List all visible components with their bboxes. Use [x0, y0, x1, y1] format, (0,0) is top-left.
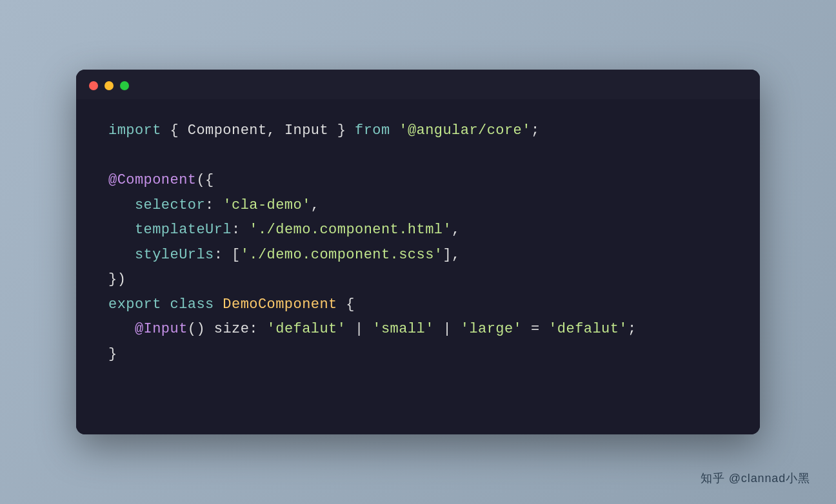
blank-line-1: [108, 144, 728, 169]
decorator-end-line: }): [108, 267, 728, 293]
maximize-button[interactable]: [120, 81, 129, 90]
code-content: import { Component, Input } from '@angul…: [108, 119, 728, 367]
class-end-line: }: [108, 342, 728, 367]
input-line: @Input() size: 'defalut' | 'small' | 'la…: [108, 317, 728, 342]
code-window: import { Component, Input } from '@angul…: [76, 70, 760, 434]
minimize-button[interactable]: [104, 81, 114, 90]
export-line: export class DemoComponent {: [108, 293, 728, 318]
import-line: import { Component, Input } from '@angul…: [108, 119, 728, 144]
traffic-lights: [89, 81, 129, 90]
watermark: 知乎 @clannad小黑: [701, 470, 810, 486]
decorator-start-line: @Component({: [108, 168, 728, 193]
close-button[interactable]: [89, 81, 98, 90]
titlebar: [76, 70, 760, 99]
selector-line: selector: 'cla-demo',: [108, 193, 728, 218]
code-editor: import { Component, Input } from '@angul…: [76, 99, 760, 434]
templateurl-line: templateUrl: './demo.component.html',: [108, 218, 728, 243]
styleurls-line: styleUrls: ['./demo.component.scss'],: [108, 243, 728, 268]
